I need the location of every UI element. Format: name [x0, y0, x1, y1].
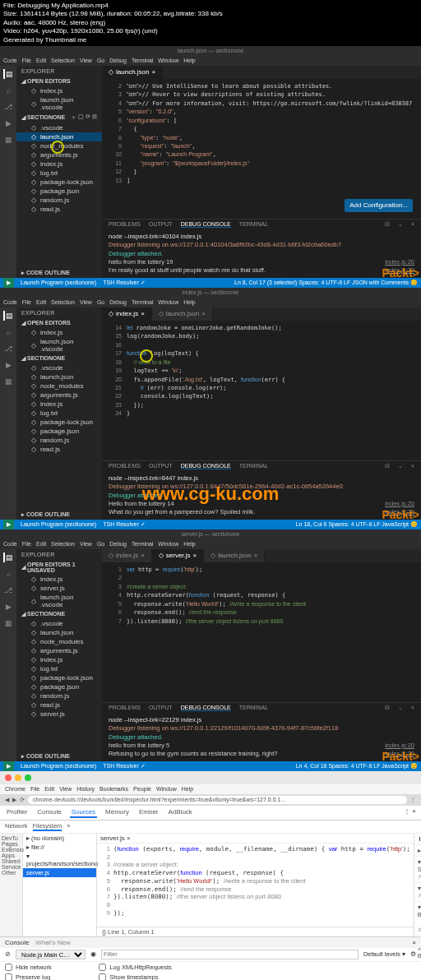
menu-help[interactable]: Help [183, 299, 195, 305]
open-editors-header[interactable]: ◢ OPEN EDITORS 1 UNSAVED [16, 560, 102, 575]
tree-item[interactable]: ◇index.js [16, 159, 102, 169]
add-configuration-button[interactable]: Add Configuration... [345, 199, 413, 213]
tree-item[interactable]: ◇random.js [16, 196, 102, 205]
tree-item[interactable]: ◇launch.json [16, 628, 102, 637]
close-icon[interactable]: × [193, 552, 197, 559]
tree-item[interactable]: ◇index.js [16, 86, 102, 95]
editor-tab[interactable]: ◇ index.js × [102, 307, 152, 321]
status-right[interactable]: Ln 18, Col 6 Spaces: 4 UTF-8 LF JavaScri… [296, 521, 418, 528]
tree-item[interactable]: ◇launch.json .vscode [16, 593, 102, 609]
tree-item[interactable]: ◇launch.json [16, 132, 102, 141]
tree-item[interactable]: ◇.vscode [16, 123, 102, 132]
panel-tab-output[interactable]: OUTPUT [149, 463, 173, 469]
close-icon[interactable]: × [201, 310, 206, 317]
tree-item[interactable]: ◇index.js [16, 655, 102, 664]
devtools-menu-icon[interactable]: ⋮ × [404, 807, 416, 818]
tree-item[interactable]: ◇log.txt [16, 409, 102, 418]
close-icon[interactable]: × [151, 68, 155, 76]
tree-item[interactable]: ◇.vscode [16, 619, 102, 628]
menu-help[interactable]: Help [183, 541, 195, 547]
panel-tab-output[interactable]: OUTPUT [149, 221, 173, 228]
panel-action-icon[interactable]: × [411, 221, 414, 228]
tree-item[interactable]: ◇server.js [16, 710, 102, 719]
menu-selection[interactable]: Selection [51, 541, 75, 547]
checkbox[interactable] [99, 973, 106, 980]
menu-code[interactable]: Code [3, 58, 17, 63]
launch-config[interactable]: Launch Program (sectionone) [21, 280, 96, 285]
back-icon[interactable]: ◀ [5, 797, 9, 803]
max-dot[interactable] [25, 774, 31, 781]
menu-code[interactable]: Code [3, 299, 17, 305]
menu-chrome[interactable]: Chrome [5, 786, 25, 792]
close-icon[interactable]: × [141, 552, 145, 559]
status-right[interactable]: Ln 4, Col 18 Spaces: 4 UTF-8 LF JavaScri… [296, 763, 418, 770]
git-icon[interactable]: ⎇ [3, 344, 13, 354]
tree-item[interactable]: ◇read.js [16, 445, 102, 454]
console-option[interactable]: Hide network [5, 964, 74, 971]
source-link[interactable]: index.js:20 [385, 750, 414, 758]
source-link[interactable]: index.js:20 [385, 258, 414, 266]
menu-help[interactable]: Help [183, 58, 195, 63]
tree-item[interactable]: ◇launch.json [16, 372, 102, 381]
files-icon[interactable]: ▤ [3, 69, 13, 79]
panel-tab-problems[interactable]: PROBLEMS [109, 705, 141, 711]
levels-select[interactable]: Default levels ▾ [363, 950, 405, 958]
source-editor[interactable]: 1(function (exports, require, module, __… [97, 844, 414, 927]
menu-file[interactable]: File [22, 541, 31, 547]
panel-action-icon[interactable]: ⌄ [398, 221, 403, 228]
close-dot[interactable] [5, 774, 12, 781]
tree-item[interactable]: ◇random.js [16, 691, 102, 700]
menu-go[interactable]: Go [97, 541, 104, 547]
menu-people[interactable]: People [133, 786, 151, 792]
panel-tab-debug-console[interactable]: DEBUG CONSOLE [181, 463, 231, 469]
menu-terminal[interactable]: Terminal [132, 541, 153, 547]
debug-status-icon[interactable]: ▶ [3, 520, 14, 529]
pause-icon[interactable]: ⏸ [418, 835, 421, 843]
menu-selection[interactable]: Selection [51, 58, 75, 63]
settings-gear-icon[interactable]: ⚙ [410, 950, 416, 958]
menu-selection[interactable]: Selection [51, 299, 75, 305]
menu-help[interactable]: Help [182, 786, 193, 792]
menu-file[interactable]: File [30, 786, 39, 792]
tree-item[interactable]: ◇node_modules [16, 381, 102, 391]
console-option[interactable]: Log XMLHttpRequests [99, 964, 181, 971]
menu-debug[interactable]: Debug [109, 299, 127, 305]
collapse-icon[interactable]: ⊟ [92, 113, 97, 122]
omnibox[interactable]: chrome-devtools://devtools/bundled/inspe… [28, 796, 407, 804]
reload-icon[interactable]: ⟳ [20, 797, 25, 803]
menu-window[interactable]: Window [158, 58, 178, 63]
devtools-tab-ember[interactable]: Ember [137, 807, 160, 818]
launch-config[interactable]: Launch Program (sectionone) [21, 521, 96, 527]
extensions-icon[interactable]: ▦ [3, 618, 13, 628]
devtools-tab-console[interactable]: Console [35, 807, 62, 818]
min-dot[interactable] [15, 774, 21, 781]
tree-item[interactable]: ◇arguments.js [16, 150, 102, 159]
tree-item[interactable]: ◇read.js [16, 205, 102, 214]
code-editor[interactable]: 1var http = require('http'); 2 3//create… [102, 562, 421, 702]
tree-item[interactable]: ◇package.json [16, 187, 102, 196]
menu-view[interactable]: View [80, 299, 92, 305]
menu-go[interactable]: Go [97, 299, 104, 305]
panel-tab-debug-console[interactable]: DEBUG CONSOLE [181, 705, 231, 711]
menu-view[interactable]: View [80, 541, 92, 547]
whatsnew-tab[interactable]: What's New [35, 939, 70, 946]
search-icon[interactable]: ⌕ [3, 569, 13, 579]
status-right[interactable]: Ln 8, Col 17 (3 selected) Spaces: 4 UTF-… [234, 280, 418, 286]
project-header[interactable]: ◢ SECTIONONE ＋▢⟳⊟ [16, 112, 102, 123]
new-folder-icon[interactable]: ▢ [78, 113, 84, 122]
panel-action-icon[interactable]: × [411, 705, 414, 711]
source-link[interactable]: index.js:20 [385, 742, 414, 750]
menu-window[interactable]: Window [158, 299, 178, 305]
project-header[interactable]: ◢ SECTIONONE [16, 609, 102, 619]
debug-console[interactable]: node --inspect-brk=22129 index.jsDebugge… [102, 713, 421, 761]
debug-icon[interactable]: ▶ [3, 118, 13, 128]
tree-item[interactable]: ◇package-lock.json [16, 418, 102, 427]
debug-status-icon[interactable]: ▶ [3, 278, 14, 288]
panel-tab-terminal[interactable]: TERMINAL [239, 463, 268, 469]
eye-icon[interactable]: ◉ [90, 950, 96, 958]
menu-edit[interactable]: Edit [36, 299, 46, 305]
source-link[interactable]: index.js:20 [385, 266, 414, 275]
debug-icon[interactable]: ▶ [3, 360, 13, 370]
editor-tab[interactable]: ◇ launch.json × [102, 66, 163, 79]
nav-item[interactable]: server.js [23, 868, 96, 877]
